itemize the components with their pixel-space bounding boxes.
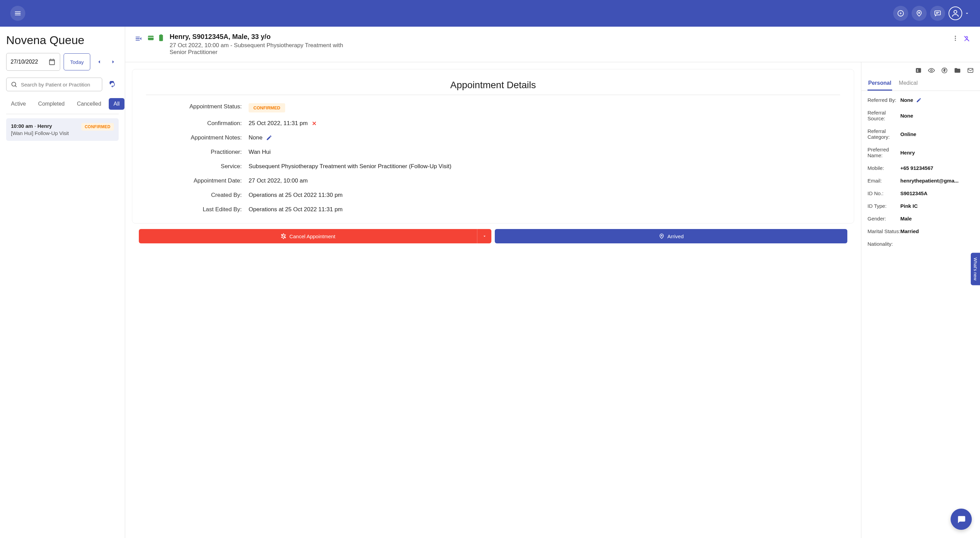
hamburger-menu-button[interactable]: [10, 6, 25, 21]
next-day-button[interactable]: [108, 56, 119, 68]
info-label: Gender:: [867, 216, 900, 222]
edit-icon[interactable]: [916, 97, 921, 103]
detail-label: Appointment Date:: [146, 178, 248, 184]
bolt-button[interactable]: [893, 6, 908, 21]
info-value: Male: [900, 216, 974, 222]
queue-tabs: Active Completed Cancelled All: [6, 98, 119, 114]
more-vert-icon: [952, 35, 959, 42]
collapse-icon: [135, 35, 142, 42]
info-label: Mobile:: [867, 165, 900, 171]
more-menu-button[interactable]: [952, 35, 959, 56]
person-off-icon: [963, 35, 970, 42]
info-field: Nationality:: [867, 241, 974, 247]
chat-fab[interactable]: [951, 509, 972, 530]
cancel-appointment-button[interactable]: Cancel Appointment: [139, 229, 477, 243]
search-input[interactable]: [21, 82, 98, 87]
mail-icon[interactable]: [967, 67, 974, 74]
svg-point-9: [955, 40, 956, 41]
svg-rect-2: [935, 11, 941, 15]
info-label: Referral Category:: [867, 128, 900, 140]
edited-value: Operations at 25 Oct 2022 11:31 pm: [248, 206, 840, 213]
profile-menu[interactable]: [948, 6, 970, 20]
patient-header: Henry, S9012345A, Male, 33 y/o 27 Oct 20…: [125, 27, 980, 62]
tab-active[interactable]: Active: [6, 98, 31, 110]
info-tab-medical[interactable]: Medical: [898, 76, 918, 90]
info-label: Preferred Name:: [867, 147, 900, 158]
detail-label: Created By:: [146, 192, 248, 198]
messages-button[interactable]: [930, 6, 945, 21]
whats-new-tab[interactable]: What's new: [971, 253, 980, 286]
info-value: [900, 241, 974, 247]
info-label: Nationality:: [867, 241, 900, 247]
svg-point-13: [917, 69, 918, 70]
date-value: 27 Oct 2022, 10:00 am: [248, 178, 840, 184]
queue-item[interactable]: 10:00 am - Henry [Wan Hui] Follow-Up Vis…: [6, 118, 119, 141]
svg-point-7: [955, 36, 956, 37]
info-value: Pink IC: [900, 203, 974, 209]
svg-point-3: [954, 10, 957, 13]
patient-info-panel: Personal Medical Referred By:NoneReferra…: [861, 62, 980, 538]
info-value: Online: [900, 128, 974, 140]
cancel-icon: [280, 233, 286, 239]
collapse-sidebar-button[interactable]: [135, 33, 142, 56]
cancel-dropdown-button[interactable]: [477, 229, 492, 243]
close-icon[interactable]: [311, 120, 317, 127]
id-card-icon[interactable]: [915, 67, 922, 74]
svg-point-1: [918, 12, 920, 13]
tab-all[interactable]: All: [109, 98, 124, 110]
info-field: Preferred Name:Henry: [867, 147, 974, 158]
info-value: henrythepatient@gma...: [900, 178, 974, 184]
dollar-icon[interactable]: [941, 67, 948, 74]
info-label: ID Type:: [867, 203, 900, 209]
topbar: [0, 0, 980, 27]
today-button[interactable]: Today: [64, 53, 90, 70]
calendar-icon: [48, 58, 56, 66]
tab-completed[interactable]: Completed: [33, 98, 69, 110]
detail-label: Confirmation:: [146, 120, 248, 127]
info-label: Email:: [867, 178, 900, 184]
patient-sub-line: 27 Oct 2022, 10:00 am - Subsequent Physi…: [170, 42, 361, 56]
info-label: ID No.:: [867, 190, 900, 196]
created-value: Operations at 25 Oct 2022 11:30 pm: [248, 192, 840, 198]
practitioner-value: Wan Hui: [248, 149, 840, 156]
detail-label: Service:: [146, 163, 248, 170]
card-icon: [147, 34, 154, 42]
location-icon: [915, 10, 923, 17]
info-value: None: [900, 97, 974, 103]
svg-rect-6: [148, 37, 154, 38]
queue-item-patient: Henry: [38, 123, 52, 129]
info-tab-personal[interactable]: Personal: [867, 76, 892, 90]
location-button[interactable]: [912, 6, 927, 21]
info-field: ID No.:S9012345A: [867, 190, 974, 196]
edit-icon[interactable]: [266, 135, 272, 141]
prev-day-button[interactable]: [94, 56, 104, 68]
svg-rect-5: [148, 36, 154, 40]
menu-icon: [14, 10, 22, 17]
info-field: Marital Status:Married: [867, 229, 974, 234]
tab-cancelled[interactable]: Cancelled: [72, 98, 106, 110]
info-field: ID Type:Pink IC: [867, 203, 974, 209]
info-field: Referred By:None: [867, 97, 974, 103]
eye-icon[interactable]: [928, 67, 935, 74]
queue-sidebar: Novena Queue Today Active: [0, 27, 125, 538]
refresh-button[interactable]: [107, 78, 119, 90]
person-off-button[interactable]: [963, 35, 970, 56]
chat-bubble-icon: [956, 514, 966, 524]
chevron-left-icon: [96, 59, 102, 65]
svg-point-8: [955, 38, 956, 39]
date-picker[interactable]: [6, 53, 60, 71]
avatar-icon: [948, 6, 962, 20]
folder-icon[interactable]: [954, 67, 961, 74]
info-value: Married: [900, 229, 974, 234]
date-input-field[interactable]: [11, 59, 45, 65]
notes-value: None: [248, 134, 262, 141]
bolt-icon: [897, 10, 904, 17]
status-badge: CONFIRMED: [248, 103, 285, 113]
svg-point-14: [931, 70, 932, 71]
info-value: S9012345A: [900, 190, 974, 196]
arrived-button[interactable]: Arrived: [495, 229, 847, 243]
info-value: +65 91234567: [900, 165, 974, 171]
info-field: Gender:Male: [867, 216, 974, 222]
chevron-down-icon: [964, 11, 970, 16]
search-box[interactable]: [6, 78, 102, 91]
